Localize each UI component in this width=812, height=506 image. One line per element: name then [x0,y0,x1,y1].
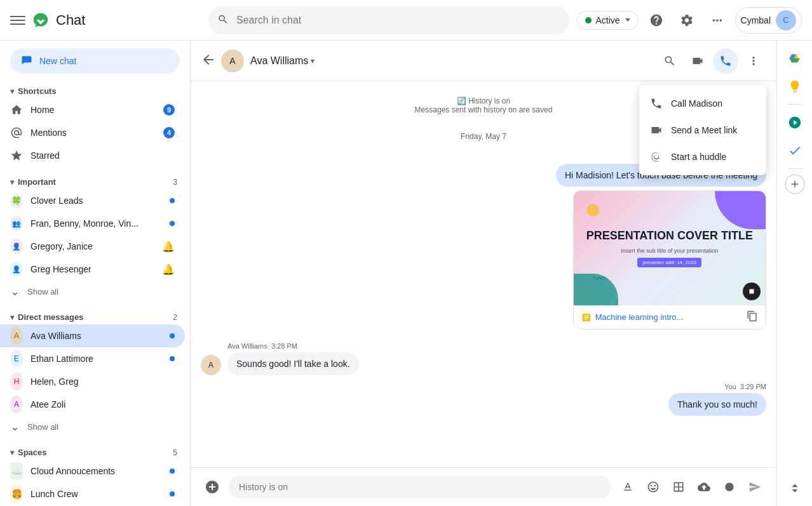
topbar: Chat Active Cymbal C [0,0,812,41]
chat-area: A Ava Williams ▾ [191,41,776,506]
shortcuts-header[interactable]: ▾ Shortcuts [0,81,190,98]
sidebar: New chat ▾ Shortcuts Home 9 Mentions 4 [0,41,191,506]
sidebar-item-greg-hesenger[interactable]: 👤 Greg Hesenger 🔔 [0,258,185,281]
call-icon [649,97,663,110]
sidebar-item-atee-zoli[interactable]: A Atee Zoli [0,393,185,416]
clover-leads-dot [170,198,175,203]
input-actions [616,476,766,498]
sidebar-item-cloud-announcements[interactable]: ☁️ Cloud Annoucements [0,460,185,483]
right-drive-icon[interactable] [782,46,808,71]
sidebar-item-fran-group[interactable]: 👥 Fran, Benny, Monroe, Vin... [0,212,185,235]
new-chat-button[interactable]: New chat [10,48,180,74]
emoji-button[interactable] [642,476,665,498]
dm-show-all[interactable]: ⌄ Show all [0,416,190,437]
sidebar-item-clover-leads[interactable]: 🍀 Clover Leads [0,189,185,212]
upload-button[interactable] [693,476,715,498]
apps-icon[interactable] [705,8,730,33]
chat-header: A Ava Williams ▾ [191,41,776,81]
video-button[interactable] [685,48,710,74]
search-chat-button[interactable] [657,48,682,74]
record-button[interactable] [718,476,741,498]
help-icon[interactable] [644,8,669,33]
spaces-count: 5 [173,448,180,457]
right-add-button[interactable] [785,174,805,194]
blob-yellow [586,204,599,216]
search-icon [217,13,229,27]
ava-dot [170,333,175,338]
helen-label: Helen, Greg [30,376,175,387]
send-meet-link-item[interactable]: Send a Meet link [639,117,766,143]
fran-group-icon: 👥 [10,217,23,230]
helen-avatar: H [10,375,23,388]
right-expand-icon[interactable] [782,476,808,501]
format-text-button[interactable] [616,476,639,498]
phone-button[interactable] [713,48,738,74]
user-menu-button[interactable]: Cymbal C [735,7,802,34]
ethan-dot [170,356,175,361]
important-show-all[interactable]: ⌄ Show all [0,281,190,302]
sidebar-item-mentions[interactable]: Mentions 4 [0,121,185,144]
attachment-preview: 〰 PRESENTATION COVER TITLE Insert the su… [574,191,766,305]
cloud-label: Cloud Annoucements [30,466,162,476]
contact-chevron-icon[interactable]: ▾ [311,57,315,65]
mentions-icon [10,126,23,139]
important-header[interactable]: ▾ Important 3 [0,172,190,189]
lunch-dot [170,491,175,496]
stop-icon[interactable] [743,283,761,300]
svg-point-1 [725,483,733,491]
home-badge: 9 [163,104,175,116]
sidebar-item-helen-greg[interactable]: H Helen, Greg [0,370,185,393]
sidebar-item-lunch-crew[interactable]: 🍔 Lunch Crew [0,483,185,505]
dm-header[interactable]: ▾ Direct messages 2 [0,307,190,324]
cloud-dot [170,469,175,474]
right-keep-icon[interactable] [782,74,808,99]
sidebar-item-starred[interactable]: Starred [0,144,185,167]
message-row-2: A Ava Williams 3:28 PM Sounds good! I'll… [201,342,766,375]
cloud-icon: ☁️ [10,465,23,477]
mentions-label: Mentions [30,128,156,138]
add-button[interactable] [201,476,224,498]
status-label: Active [595,15,619,25]
sidebar-item-gregory-janice[interactable]: 👤 Gregory, Janice 🔔 [0,235,185,258]
right-tasks-icon[interactable] [782,138,808,163]
topbar-right: Active Cymbal C [577,7,802,34]
settings-icon[interactable] [674,8,700,33]
google-chat-logo [30,10,51,30]
back-button[interactable] [201,52,216,69]
attachment-card: 〰 PRESENTATION COVER TITLE Insert the su… [573,190,766,330]
greg-hesenger-icon: 👤 [10,263,23,276]
ava-label: Ava Williams [30,331,162,341]
sidebar-item-ava-williams[interactable]: A Ava Williams [0,324,185,347]
call-madison-item[interactable]: Call Madison [639,90,766,117]
right-divider-2 [787,168,802,169]
important-count: 3 [173,178,180,187]
attachment-filename: Machine learning intro... [581,312,684,323]
meet-icon [649,123,663,137]
ethan-avatar: E [10,352,23,365]
status-button[interactable]: Active [577,11,638,30]
more-button[interactable] [741,48,766,74]
call-dropdown: Call Madison Send a Meet link Start a hu… [639,85,766,175]
search-bar [208,6,569,34]
status-dot [585,17,592,23]
right-meet-icon[interactable] [782,110,808,135]
search-input[interactable] [208,6,569,34]
message-row-1: You 3:27 PM Hi Madision! Let's touch bas… [201,154,766,330]
layout-button[interactable] [667,476,690,498]
send-button[interactable] [743,476,766,498]
ava-avatar: A [10,330,23,342]
app-title: Chat [56,12,85,29]
spaces-header[interactable]: ▾ Spaces 5 [0,443,190,460]
mute-icon-2: 🔔 [162,263,175,276]
msg-3-meta: You 3:29 PM [724,383,766,390]
sidebar-item-ethan-lattimore[interactable]: E Ethan Lattimore [0,347,185,370]
sidebar-item-home[interactable]: Home 9 [0,98,185,121]
lunch-icon: 🍔 [10,488,23,500]
home-label: Home [30,105,156,115]
start-huddle-item[interactable]: Start a huddle [639,143,766,170]
message-input[interactable] [229,476,611,498]
copy-icon[interactable] [747,310,758,324]
menu-icon[interactable] [10,13,25,28]
right-sidebar [776,41,812,506]
topbar-left: Chat [10,10,201,30]
